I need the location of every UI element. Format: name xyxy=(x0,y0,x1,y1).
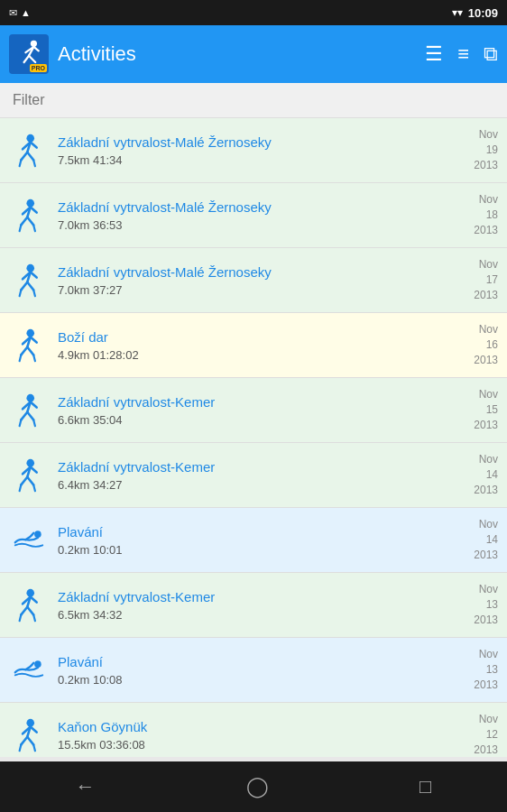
svg-line-48 xyxy=(21,476,27,484)
home-button[interactable]: ◯ xyxy=(246,775,269,798)
svg-line-24 xyxy=(21,281,27,290)
svg-line-37 xyxy=(33,355,35,361)
svg-line-49 xyxy=(27,476,33,484)
filter-icon[interactable]: ☰ xyxy=(425,42,443,66)
activity-info: Plavání0.2km 10:08 xyxy=(58,653,455,687)
list-item[interactable]: Plavání0.2km 10:01Nov142013 xyxy=(0,508,507,573)
activity-stats: 4.9km 01:28:02 xyxy=(58,348,455,362)
filter-bar xyxy=(0,83,507,118)
activity-info: Základní vytrvalost-Malé Žernoseky7.0km … xyxy=(58,263,455,297)
activity-info: Plavání0.2km 10:01 xyxy=(58,523,455,557)
svg-line-69 xyxy=(31,726,37,732)
svg-point-55 xyxy=(26,588,34,596)
svg-line-29 xyxy=(33,290,35,296)
svg-line-3 xyxy=(29,56,35,62)
bottom-nav: ← ◯ □ xyxy=(0,761,507,812)
swim-icon xyxy=(9,651,49,690)
activity-date: Nov142013 xyxy=(455,452,498,497)
activity-stats: 6.5km 34:32 xyxy=(58,608,455,622)
activity-stats: 7.0km 37:27 xyxy=(58,283,455,297)
svg-line-40 xyxy=(21,411,27,420)
activity-list: Základní vytrvalost-Malé Žernoseky7.5km … xyxy=(0,118,507,757)
activity-name: Základní vytrvalost-Kemer xyxy=(58,393,455,411)
walk-icon xyxy=(9,586,49,625)
list-item[interactable]: Boží dar4.9km 01:28:02Nov162013 xyxy=(0,313,507,378)
activity-info: Základní vytrvalost-Malé Žernoseky7.5km … xyxy=(58,134,455,167)
list-item[interactable]: Základní vytrvalost-Kemer6.6km 35:04Nov1… xyxy=(0,378,507,443)
svg-line-58 xyxy=(27,606,33,614)
svg-line-17 xyxy=(27,217,33,225)
activity-info: Základní vytrvalost-Kemer6.5km 34:32 xyxy=(58,588,455,622)
activity-name: Základní vytrvalost-Kemer xyxy=(58,458,455,476)
svg-line-16 xyxy=(21,217,27,225)
activity-name: Základní vytrvalost-Malé Žernoseky xyxy=(58,263,455,281)
list-item[interactable]: Plavání0.2km 10:08Nov132013 xyxy=(0,638,507,703)
activity-stats: 0.2km 10:08 xyxy=(58,673,455,687)
svg-line-62 xyxy=(33,614,35,621)
walk-icon xyxy=(9,261,49,300)
list-item[interactable]: Základní vytrvalost-Malé Žernoseky7.5km … xyxy=(0,118,507,183)
notification-icon: ▲ xyxy=(21,7,31,18)
walk-icon xyxy=(9,391,49,430)
activity-stats: 0.2km 10:01 xyxy=(58,543,455,557)
activity-date: Nov132013 xyxy=(455,582,498,627)
svg-line-12 xyxy=(20,160,22,166)
activity-name: Základní vytrvalost-Malé Žernoseky xyxy=(58,198,455,217)
activity-date: Nov152013 xyxy=(455,387,498,432)
walk-icon xyxy=(9,456,49,495)
activity-date: Nov172013 xyxy=(455,257,498,302)
svg-line-66 xyxy=(21,736,27,744)
activity-date: Nov122013 xyxy=(455,712,498,757)
list-item[interactable]: Základní vytrvalost-Malé Žernoseky7.0km … xyxy=(0,183,507,248)
activity-info: Boží dar4.9km 01:28:02 xyxy=(58,328,455,362)
svg-line-53 xyxy=(33,484,35,491)
copy-icon[interactable]: ⧉ xyxy=(484,42,498,66)
svg-line-44 xyxy=(20,420,22,426)
svg-line-2 xyxy=(24,56,29,62)
activity-stats: 15.5km 03:36:08 xyxy=(58,738,455,752)
back-button[interactable]: ← xyxy=(76,775,96,798)
svg-point-64 xyxy=(26,718,34,726)
activity-date: Nov192013 xyxy=(455,127,498,172)
list-item[interactable]: Základní vytrvalost-Kemer6.4km 34:27Nov1… xyxy=(0,443,507,508)
svg-line-28 xyxy=(20,290,22,296)
svg-line-11 xyxy=(31,142,37,147)
activity-name: Plavání xyxy=(58,653,455,671)
svg-point-46 xyxy=(26,458,34,466)
svg-line-21 xyxy=(33,225,35,231)
activity-stats: 6.4km 34:27 xyxy=(58,478,455,492)
activity-info: Základní vytrvalost-Kemer6.4km 34:27 xyxy=(58,458,455,492)
svg-line-41 xyxy=(27,411,33,420)
svg-line-36 xyxy=(20,355,22,361)
activity-date: Nov142013 xyxy=(455,517,498,562)
svg-line-61 xyxy=(20,614,22,621)
svg-line-70 xyxy=(20,744,22,751)
svg-line-8 xyxy=(21,152,27,160)
app-bar-actions: ☰ ≡ ⧉ xyxy=(425,42,498,66)
pro-badge: PRO xyxy=(30,64,47,72)
svg-line-52 xyxy=(20,484,22,491)
activity-stats: 7.0km 36:53 xyxy=(58,218,455,232)
wifi-icon: ▾▾ xyxy=(452,6,463,19)
status-bar: ✉ ▲ ▾▾ 10:09 xyxy=(0,0,507,25)
list-item[interactable]: Základní vytrvalost-Kemer6.5km 34:32Nov1… xyxy=(0,573,507,638)
activity-name: Základní vytrvalost-Kemer xyxy=(58,588,455,606)
svg-line-71 xyxy=(33,744,35,751)
svg-line-25 xyxy=(27,281,33,290)
svg-line-20 xyxy=(20,225,22,231)
svg-line-45 xyxy=(33,420,35,426)
walk-icon xyxy=(9,196,49,235)
recent-button[interactable]: □ xyxy=(419,775,431,798)
status-time: 10:09 xyxy=(468,6,498,20)
activity-name: Kaňon Göynük xyxy=(58,718,455,736)
walk-icon xyxy=(9,131,49,171)
list-icon[interactable]: ≡ xyxy=(457,42,469,66)
svg-line-51 xyxy=(31,466,37,472)
filter-input[interactable] xyxy=(13,92,494,108)
svg-line-27 xyxy=(31,272,37,277)
svg-point-6 xyxy=(26,134,34,142)
svg-point-14 xyxy=(26,198,34,207)
list-item[interactable]: Základní vytrvalost-Malé Žernoseky7.0km … xyxy=(0,248,507,313)
walk-icon xyxy=(9,326,49,365)
list-item[interactable]: Kaňon Göynük15.5km 03:36:08Nov122013 xyxy=(0,703,507,757)
